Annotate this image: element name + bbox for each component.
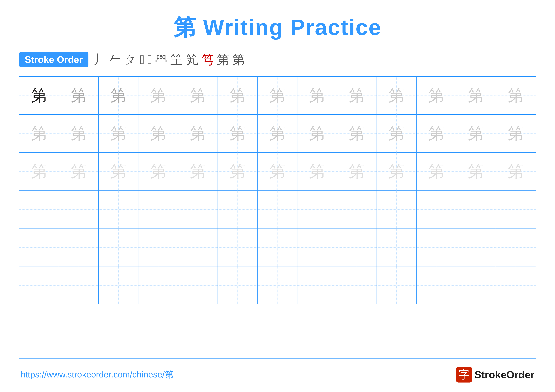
grid-cell[interactable]: 第: [139, 153, 178, 191]
grid-cell[interactable]: 第: [297, 153, 337, 191]
grid-cell[interactable]: 第: [178, 115, 218, 153]
grid-cell[interactable]: 第: [258, 115, 297, 153]
grid-cell[interactable]: [139, 228, 178, 266]
cell-character: 第: [71, 126, 87, 142]
grid-cell[interactable]: [496, 266, 536, 304]
grid-cell[interactable]: [218, 266, 258, 304]
grid-cell[interactable]: 第: [416, 115, 456, 153]
grid-cell[interactable]: [59, 228, 99, 266]
grid-cell[interactable]: [416, 228, 456, 266]
cell-character: 第: [150, 164, 166, 179]
grid-row: [19, 191, 536, 228]
grid-cell[interactable]: [178, 191, 218, 228]
grid-cell[interactable]: [456, 228, 496, 266]
grid-cell[interactable]: 第: [377, 115, 416, 153]
cell-character: 第: [309, 164, 325, 179]
grid-row: 第第第第第第第第第第第第第: [19, 153, 536, 191]
grid-cell[interactable]: [416, 191, 456, 228]
footer-logo-text: StrokeOrder: [475, 369, 534, 381]
grid-cell[interactable]: [258, 266, 297, 304]
grid-cell[interactable]: 第: [178, 153, 218, 191]
grid-cell[interactable]: 第: [59, 153, 99, 191]
cell-character: 第: [270, 126, 285, 142]
grid-cell[interactable]: 第: [218, 77, 258, 115]
grid-cell[interactable]: [99, 228, 139, 266]
grid-cell[interactable]: 第: [297, 115, 337, 153]
cell-character: 第: [468, 164, 484, 179]
grid-cell[interactable]: [377, 191, 416, 228]
grid-cell[interactable]: 第: [377, 77, 416, 115]
grid-cell[interactable]: [178, 228, 218, 266]
grid-cell[interactable]: 第: [59, 77, 99, 115]
grid-cell[interactable]: [297, 266, 337, 304]
grid-cell[interactable]: [416, 266, 456, 304]
grid-cell[interactable]: 第: [297, 77, 337, 115]
grid-cell[interactable]: 第: [19, 115, 59, 153]
grid-cell[interactable]: [59, 266, 99, 304]
cell-character: 第: [508, 164, 524, 179]
grid-cell[interactable]: 第: [456, 153, 496, 191]
cell-character: 第: [508, 88, 524, 104]
grid-cell[interactable]: [297, 228, 337, 266]
grid-cell[interactable]: 第: [337, 153, 377, 191]
grid-cell[interactable]: 第: [416, 153, 456, 191]
grid-cell[interactable]: [496, 191, 536, 228]
cell-character: 第: [230, 126, 246, 142]
grid-cell[interactable]: 第: [178, 77, 218, 115]
grid-cell[interactable]: [139, 191, 178, 228]
grid-cell[interactable]: 第: [99, 115, 139, 153]
grid-cell[interactable]: [337, 191, 377, 228]
grid-cell[interactable]: [337, 266, 377, 304]
cell-character: 第: [230, 164, 246, 179]
grid-cell[interactable]: [59, 191, 99, 228]
grid-cell[interactable]: 第: [496, 115, 536, 153]
grid-cell[interactable]: [218, 228, 258, 266]
grid-cell[interactable]: [377, 266, 416, 304]
grid-cell[interactable]: [19, 228, 59, 266]
grid-cell[interactable]: [178, 266, 218, 304]
cell-character: 第: [349, 88, 365, 104]
grid-cell[interactable]: 第: [496, 77, 536, 115]
grid-cell[interactable]: [456, 191, 496, 228]
cell-character: 第: [31, 164, 47, 179]
grid-cell[interactable]: 第: [19, 77, 59, 115]
stroke-step: 𠄌: [140, 53, 145, 66]
grid-cell[interactable]: 第: [19, 153, 59, 191]
grid-cell[interactable]: [99, 266, 139, 304]
cell-character: 第: [309, 126, 325, 142]
grid-cell[interactable]: 第: [456, 77, 496, 115]
cell-character: 第: [388, 126, 404, 142]
grid-cell[interactable]: 第: [456, 115, 496, 153]
grid-cell[interactable]: [297, 191, 337, 228]
grid-cell[interactable]: 第: [139, 77, 178, 115]
grid-cell[interactable]: [337, 228, 377, 266]
grid-cell[interactable]: [218, 191, 258, 228]
grid-cell[interactable]: 第: [59, 115, 99, 153]
grid-cell[interactable]: 第: [337, 77, 377, 115]
grid-cell[interactable]: 第: [218, 115, 258, 153]
grid-cell[interactable]: 第: [337, 115, 377, 153]
practice-grid: 第第第第第第第第第第第第第第第第第第第第第第第第第第第第第第第第第第第第第第第: [19, 76, 536, 359]
grid-cell[interactable]: [19, 191, 59, 228]
grid-cell[interactable]: [258, 191, 297, 228]
grid-cell[interactable]: 第: [258, 77, 297, 115]
grid-cell[interactable]: [19, 266, 59, 304]
grid-cell[interactable]: 第: [377, 153, 416, 191]
stroke-step: 笂: [186, 53, 198, 66]
grid-cell[interactable]: [99, 191, 139, 228]
grid-cell[interactable]: 第: [218, 153, 258, 191]
stroke-step: 笃: [201, 53, 214, 66]
grid-cell[interactable]: 第: [139, 115, 178, 153]
grid-cell[interactable]: 第: [496, 153, 536, 191]
cell-character: 第: [349, 164, 365, 179]
grid-cell[interactable]: 第: [416, 77, 456, 115]
grid-cell[interactable]: [496, 228, 536, 266]
grid-cell[interactable]: [258, 228, 297, 266]
grid-cell[interactable]: 第: [258, 153, 297, 191]
grid-cell[interactable]: 第: [99, 153, 139, 191]
grid-cell[interactable]: 第: [99, 77, 139, 115]
grid-cell[interactable]: [456, 266, 496, 304]
footer-url[interactable]: https://www.strokeorder.com/chinese/第: [21, 369, 173, 380]
grid-cell[interactable]: [377, 228, 416, 266]
grid-cell[interactable]: [139, 266, 178, 304]
